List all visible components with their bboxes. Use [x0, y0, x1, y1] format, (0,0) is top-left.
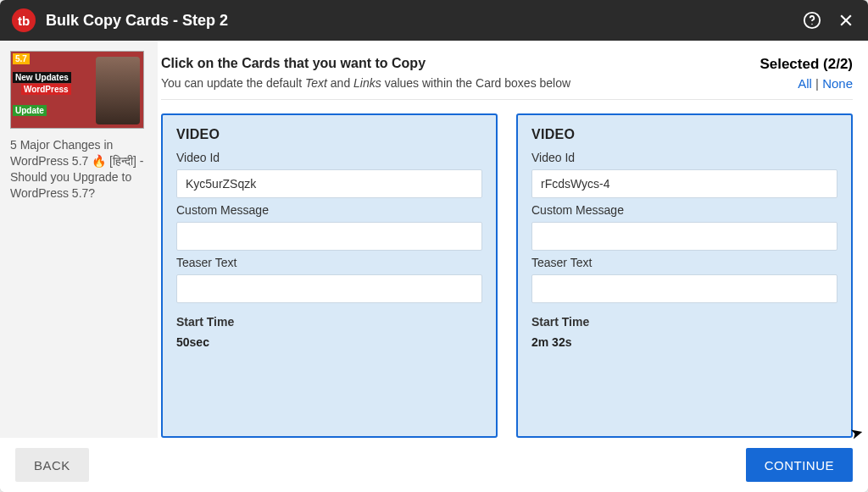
- select-none-link[interactable]: None: [822, 76, 853, 91]
- field-label-start-time: Start Time: [531, 315, 837, 329]
- select-all-link[interactable]: All: [798, 76, 812, 91]
- dialog-title: Bulk Copy Cards - Step 2: [46, 12, 788, 30]
- sidebar: 5.7 New Updates WordPress Update 5 Major…: [0, 41, 158, 438]
- teaser-text-input[interactable]: [531, 274, 837, 303]
- cards-row: VIDEO Video Id Custom Message Teaser Tex…: [161, 113, 853, 438]
- thumb-badge: New Updates: [13, 72, 71, 83]
- field-label-custom-message: Custom Message: [176, 203, 482, 217]
- field-label-video-id: Video Id: [176, 151, 482, 164]
- video-thumbnail[interactable]: 5.7 New Updates WordPress Update: [10, 51, 144, 129]
- svg-point-1: [811, 24, 812, 25]
- card-video[interactable]: VIDEO Video Id Custom Message Teaser Tex…: [516, 113, 853, 438]
- thumb-badge: 5.7: [13, 53, 30, 64]
- dialog-footer: BACK CONTINUE: [0, 438, 868, 492]
- start-time-value: 2m 32s: [531, 335, 837, 349]
- main-panel: Click on the Cards that you want to Copy…: [158, 41, 868, 438]
- app-logo-icon: tb: [12, 8, 36, 32]
- start-time-value: 50sec: [176, 335, 482, 349]
- back-button[interactable]: BACK: [15, 448, 89, 482]
- field-label-teaser-text: Teaser Text: [176, 256, 482, 269]
- video-id-input[interactable]: [531, 169, 837, 198]
- card-type-label: VIDEO: [176, 127, 482, 142]
- help-icon[interactable]: [802, 10, 822, 30]
- video-id-input[interactable]: [176, 169, 482, 198]
- dialog-body: 5.7 New Updates WordPress Update 5 Major…: [0, 41, 868, 438]
- card-type-label: VIDEO: [531, 127, 837, 142]
- close-icon[interactable]: [836, 10, 856, 30]
- select-links: All | None: [760, 76, 853, 91]
- teaser-text-input[interactable]: [176, 274, 482, 303]
- field-label-custom-message: Custom Message: [531, 203, 837, 217]
- field-label-teaser-text: Teaser Text: [531, 256, 837, 269]
- thumb-badge: WordPress: [21, 84, 71, 95]
- continue-button[interactable]: CONTINUE: [746, 448, 853, 482]
- instruction-heading: Click on the Cards that you want to Copy: [161, 56, 760, 71]
- separator: |: [812, 76, 822, 91]
- selected-count: Selected (2/2): [760, 56, 853, 73]
- custom-message-input[interactable]: [176, 222, 482, 251]
- field-label-video-id: Video Id: [531, 151, 837, 164]
- instruction-header: Click on the Cards that you want to Copy…: [161, 56, 853, 100]
- field-label-start-time: Start Time: [176, 315, 482, 329]
- card-video[interactable]: VIDEO Video Id Custom Message Teaser Tex…: [161, 113, 498, 438]
- video-title: 5 Major Changes in WordPress 5.7 🔥 [हिन्…: [10, 137, 147, 202]
- thumb-badge: Update: [13, 105, 47, 116]
- titlebar: tb Bulk Copy Cards - Step 2: [0, 0, 868, 41]
- custom-message-input[interactable]: [531, 222, 837, 251]
- thumb-person-silhouette: [96, 57, 140, 124]
- dialog-window: tb Bulk Copy Cards - Step 2 5.7 New Upda…: [0, 0, 868, 492]
- instruction-subtext: You can update the default Text and Link…: [161, 76, 760, 90]
